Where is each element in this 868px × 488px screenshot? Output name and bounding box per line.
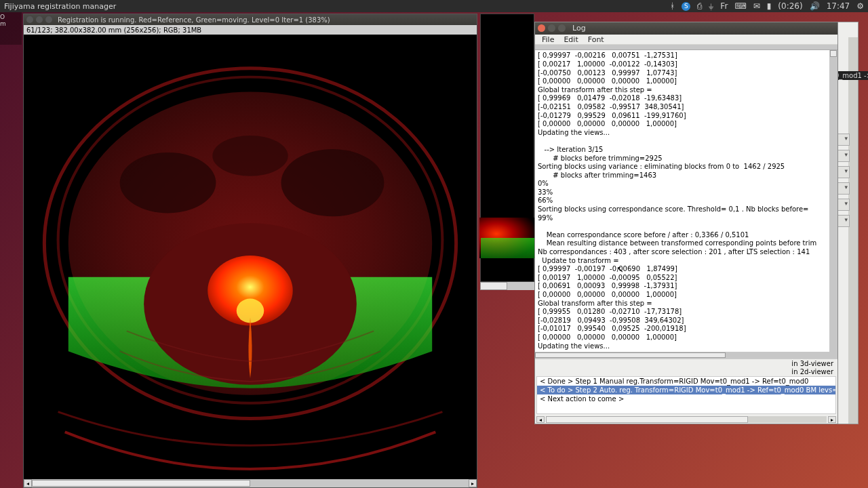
log-title-text: Log xyxy=(572,24,586,33)
minimize-icon[interactable] xyxy=(548,24,555,32)
pipeline-item[interactable]: < Next action to come > xyxy=(537,394,835,403)
network-icon[interactable]: ⏚ xyxy=(709,1,713,11)
svg-point-5 xyxy=(281,149,384,216)
battery-text: (0:26) xyxy=(778,1,802,11)
image-titlebar[interactable]: Registration is running. Red=Reference, … xyxy=(24,14,477,25)
launcher-sliver: O m xyxy=(0,12,22,45)
app-title: Fijiyama registration manager xyxy=(4,2,670,11)
mail-icon[interactable]: ✉ xyxy=(753,1,760,11)
background-image-scroll[interactable] xyxy=(480,282,534,290)
pipeline-header-3d: in 3d-viewer xyxy=(791,360,833,367)
image-viewer-window: Registration is running. Red=Reference, … xyxy=(23,14,477,488)
top-panel: Fijiyama registration manager ᚼ S ⎙ ⏚ Fr… xyxy=(0,0,868,12)
log-text-area[interactable]: [ 0,99997 -0,00216 0,00751 -1,27531] [ 0… xyxy=(535,50,829,352)
gear-icon[interactable]: ⚙ xyxy=(856,1,864,11)
pipeline-item[interactable]: < To do > Step 2 Auto. reg. Transform=RI… xyxy=(537,386,835,394)
background-image-window xyxy=(480,14,534,282)
sync-icon[interactable]: S xyxy=(682,2,690,11)
svg-point-4 xyxy=(120,152,216,213)
log-hscrollbar[interactable] xyxy=(535,352,837,359)
scroll-thumb[interactable] xyxy=(32,480,250,487)
log-vscrollbar[interactable] xyxy=(829,50,837,352)
menu-font[interactable]: Font xyxy=(588,35,604,44)
log-menubar: File Edit Font xyxy=(535,35,837,45)
menu-file[interactable]: File xyxy=(542,35,554,44)
launcher-frag2: m xyxy=(0,20,22,27)
image-hscrollbar[interactable]: ◂ ▸ xyxy=(24,479,477,487)
maximize-icon[interactable] xyxy=(45,16,52,23)
log-vscroll-thumb[interactable] xyxy=(830,50,837,57)
log-titlebar[interactable]: Log xyxy=(535,22,837,35)
image-info-bar: 61/123; 382.00x382.00 mm (256x256); RGB;… xyxy=(24,25,477,35)
image-canvas[interactable] xyxy=(24,35,477,479)
scroll-left-button[interactable]: ◂ xyxy=(536,416,545,423)
pipeline-panel: in 3d-viewer in 2d-viewer < Done > Step … xyxy=(535,359,837,424)
scroll-right-button[interactable]: ▸ xyxy=(828,416,836,423)
maximize-icon[interactable] xyxy=(558,24,566,32)
pipeline-list[interactable]: < Done > Step 1 Manual reg.Transform=RIG… xyxy=(536,376,836,414)
scroll-right-button[interactable]: ▸ xyxy=(469,479,477,487)
close-icon[interactable] xyxy=(538,24,545,32)
system-tray: ᚼ S ⎙ ⏚ Fr ⌨ ✉ ▮ (0:26) 🔊 17:47 ⚙ xyxy=(670,1,864,11)
mouse-cursor-icon: ↖ xyxy=(616,266,624,274)
log-hscroll-thumb[interactable] xyxy=(535,352,726,358)
printer-icon[interactable]: ⎙ xyxy=(697,1,702,11)
bluetooth-icon[interactable]: ᚼ xyxy=(670,1,675,11)
menu-edit[interactable]: Edit xyxy=(564,35,578,44)
input-icon[interactable]: ⌨ xyxy=(734,1,746,11)
scroll-track[interactable] xyxy=(32,480,469,487)
right-panel-scrollbar[interactable] xyxy=(848,37,858,424)
volume-icon[interactable]: 🔊 xyxy=(810,1,820,11)
image-title-text: Registration is running. Red=Reference, … xyxy=(58,16,330,24)
language-indicator[interactable]: Fr xyxy=(720,1,728,11)
pipeline-header-2d: in 2d-viewer xyxy=(791,368,833,375)
battery-icon[interactable]: ▮ xyxy=(767,1,772,11)
minimize-icon[interactable] xyxy=(36,16,43,23)
pipeline-hscrollbar[interactable]: ◂ ▸ xyxy=(535,415,837,424)
pipeline-item[interactable]: < Done > Step 1 Manual reg.Transform=RIG… xyxy=(537,377,835,386)
pipeline-scroll-thumb[interactable] xyxy=(546,416,748,423)
svg-point-6 xyxy=(212,136,288,176)
launcher-frag1: O xyxy=(0,14,22,20)
clock[interactable]: 17:47 xyxy=(827,1,850,11)
scroll-left-button[interactable]: ◂ xyxy=(24,479,32,487)
close-icon[interactable] xyxy=(26,16,33,23)
log-top-scroll[interactable] xyxy=(535,45,837,50)
log-window: Log File Edit Font [ 0,99997 -0,00216 0,… xyxy=(534,22,838,424)
